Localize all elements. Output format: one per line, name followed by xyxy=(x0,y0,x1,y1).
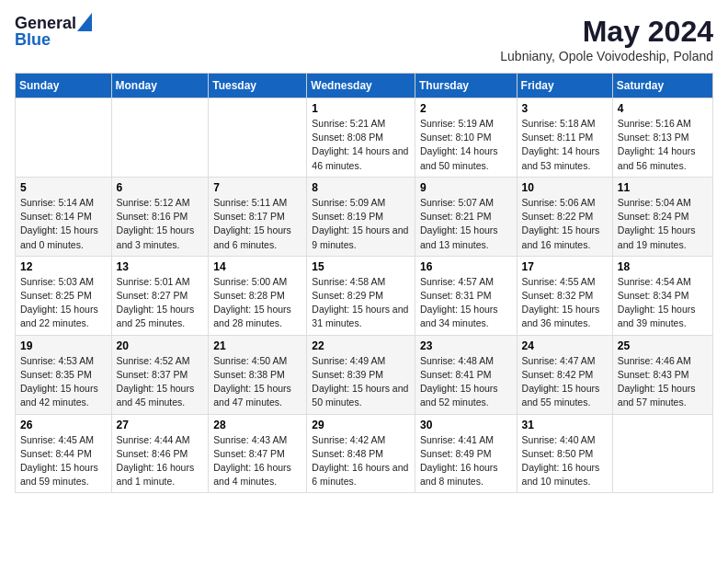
calendar-day-20: 20Sunrise: 4:52 AMSunset: 8:37 PMDayligh… xyxy=(111,335,209,414)
calendar-day-29: 29Sunrise: 4:42 AMSunset: 8:48 PMDayligh… xyxy=(307,414,415,493)
day-number: 14 xyxy=(213,260,301,273)
calendar-empty-cell xyxy=(612,414,712,493)
day-info: Sunrise: 4:44 AMSunset: 8:46 PMDaylight:… xyxy=(117,433,204,489)
calendar-day-3: 3Sunrise: 5:18 AMSunset: 8:11 PMDaylight… xyxy=(517,98,612,178)
calendar-day-21: 21Sunrise: 4:50 AMSunset: 8:38 PMDayligh… xyxy=(209,335,307,414)
day-info: Sunrise: 4:43 AMSunset: 8:47 PMDaylight:… xyxy=(213,433,301,489)
page-header: General Blue May 2024 Lubniany, Opole Vo… xyxy=(15,15,713,63)
calendar-day-24: 24Sunrise: 4:47 AMSunset: 8:42 PMDayligh… xyxy=(517,335,612,414)
day-number: 23 xyxy=(420,339,512,352)
day-info: Sunrise: 4:48 AMSunset: 8:41 PMDaylight:… xyxy=(420,354,512,410)
day-info: Sunrise: 4:54 AMSunset: 8:34 PMDaylight:… xyxy=(618,275,708,331)
day-number: 18 xyxy=(618,260,708,273)
calendar-day-5: 5Sunrise: 5:14 AMSunset: 8:14 PMDaylight… xyxy=(16,177,112,256)
day-info: Sunrise: 5:01 AMSunset: 8:27 PMDaylight:… xyxy=(117,275,204,331)
day-number: 8 xyxy=(312,181,410,194)
calendar-week-row: 19Sunrise: 4:53 AMSunset: 8:35 PMDayligh… xyxy=(16,335,713,414)
calendar-day-6: 6Sunrise: 5:12 AMSunset: 8:16 PMDaylight… xyxy=(111,177,209,256)
calendar-day-7: 7Sunrise: 5:11 AMSunset: 8:17 PMDaylight… xyxy=(209,177,307,256)
calendar-day-22: 22Sunrise: 4:49 AMSunset: 8:39 PMDayligh… xyxy=(307,335,415,414)
calendar-day-10: 10Sunrise: 5:06 AMSunset: 8:22 PMDayligh… xyxy=(517,177,612,256)
weekday-header-monday: Monday xyxy=(111,74,209,98)
calendar-day-25: 25Sunrise: 4:46 AMSunset: 8:43 PMDayligh… xyxy=(612,335,712,414)
day-info: Sunrise: 5:16 AMSunset: 8:13 PMDaylight:… xyxy=(618,117,708,173)
day-info: Sunrise: 4:50 AMSunset: 8:38 PMDaylight:… xyxy=(213,354,301,410)
day-info: Sunrise: 5:18 AMSunset: 8:11 PMDaylight:… xyxy=(522,117,608,173)
day-info: Sunrise: 5:04 AMSunset: 8:24 PMDaylight:… xyxy=(618,196,708,252)
day-number: 5 xyxy=(20,181,107,194)
day-number: 10 xyxy=(522,181,608,194)
month-title: May 2024 xyxy=(500,15,713,49)
calendar-day-13: 13Sunrise: 5:01 AMSunset: 8:27 PMDayligh… xyxy=(111,256,209,335)
day-info: Sunrise: 4:57 AMSunset: 8:31 PMDaylight:… xyxy=(420,275,512,331)
calendar-day-23: 23Sunrise: 4:48 AMSunset: 8:41 PMDayligh… xyxy=(415,335,517,414)
day-info: Sunrise: 4:52 AMSunset: 8:37 PMDaylight:… xyxy=(117,354,204,410)
weekday-header-wednesday: Wednesday xyxy=(307,74,415,98)
calendar-day-15: 15Sunrise: 4:58 AMSunset: 8:29 PMDayligh… xyxy=(307,256,415,335)
calendar-day-31: 31Sunrise: 4:40 AMSunset: 8:50 PMDayligh… xyxy=(517,414,612,493)
calendar-header-row: SundayMondayTuesdayWednesdayThursdayFrid… xyxy=(16,74,713,98)
day-info: Sunrise: 5:00 AMSunset: 8:28 PMDaylight:… xyxy=(213,275,301,331)
day-number: 15 xyxy=(312,260,410,273)
weekday-header-thursday: Thursday xyxy=(415,74,517,98)
day-number: 19 xyxy=(20,339,107,352)
location-text: Lubniany, Opole Voivodeship, Poland xyxy=(500,49,713,63)
calendar-week-row: 26Sunrise: 4:45 AMSunset: 8:44 PMDayligh… xyxy=(16,414,713,493)
day-info: Sunrise: 4:40 AMSunset: 8:50 PMDaylight:… xyxy=(522,433,608,489)
day-number: 21 xyxy=(213,339,301,352)
calendar-day-1: 1Sunrise: 5:21 AMSunset: 8:08 PMDaylight… xyxy=(307,98,415,178)
logo: General Blue xyxy=(15,15,92,48)
calendar-week-row: 5Sunrise: 5:14 AMSunset: 8:14 PMDaylight… xyxy=(16,177,713,256)
day-info: Sunrise: 4:58 AMSunset: 8:29 PMDaylight:… xyxy=(312,275,410,331)
calendar-day-8: 8Sunrise: 5:09 AMSunset: 8:19 PMDaylight… xyxy=(307,177,415,256)
day-number: 31 xyxy=(522,419,608,431)
calendar-day-17: 17Sunrise: 4:55 AMSunset: 8:32 PMDayligh… xyxy=(517,256,612,335)
day-info: Sunrise: 4:55 AMSunset: 8:32 PMDaylight:… xyxy=(522,275,608,331)
day-number: 22 xyxy=(312,339,410,352)
day-number: 13 xyxy=(117,260,204,273)
calendar-day-11: 11Sunrise: 5:04 AMSunset: 8:24 PMDayligh… xyxy=(612,177,712,256)
day-info: Sunrise: 4:47 AMSunset: 8:42 PMDaylight:… xyxy=(522,354,608,410)
day-number: 4 xyxy=(618,102,708,115)
day-number: 27 xyxy=(117,419,204,431)
calendar-day-19: 19Sunrise: 4:53 AMSunset: 8:35 PMDayligh… xyxy=(16,335,112,414)
calendar-empty-cell xyxy=(16,98,112,178)
day-info: Sunrise: 4:46 AMSunset: 8:43 PMDaylight:… xyxy=(618,354,708,410)
calendar-empty-cell xyxy=(209,98,307,178)
calendar-day-4: 4Sunrise: 5:16 AMSunset: 8:13 PMDaylight… xyxy=(612,98,712,178)
day-number: 6 xyxy=(117,181,204,194)
day-number: 1 xyxy=(312,102,410,115)
day-number: 30 xyxy=(420,419,512,431)
weekday-header-tuesday: Tuesday xyxy=(209,74,307,98)
day-number: 9 xyxy=(420,181,512,194)
day-info: Sunrise: 5:09 AMSunset: 8:19 PMDaylight:… xyxy=(312,196,410,252)
day-number: 12 xyxy=(20,260,107,273)
calendar-day-27: 27Sunrise: 4:44 AMSunset: 8:46 PMDayligh… xyxy=(111,414,209,493)
calendar-week-row: 12Sunrise: 5:03 AMSunset: 8:25 PMDayligh… xyxy=(16,256,713,335)
logo-blue-text: Blue xyxy=(15,31,92,48)
day-number: 29 xyxy=(312,419,410,431)
calendar-day-2: 2Sunrise: 5:19 AMSunset: 8:10 PMDaylight… xyxy=(415,98,517,178)
day-info: Sunrise: 4:53 AMSunset: 8:35 PMDaylight:… xyxy=(20,354,107,410)
logo-general-text: General xyxy=(15,15,76,31)
weekday-header-saturday: Saturday xyxy=(612,74,712,98)
day-number: 2 xyxy=(420,102,512,115)
day-info: Sunrise: 4:45 AMSunset: 8:44 PMDaylight:… xyxy=(20,433,107,489)
day-info: Sunrise: 5:07 AMSunset: 8:21 PMDaylight:… xyxy=(420,196,512,252)
calendar-day-12: 12Sunrise: 5:03 AMSunset: 8:25 PMDayligh… xyxy=(16,256,112,335)
logo-triangle-icon xyxy=(77,13,92,31)
calendar-day-30: 30Sunrise: 4:41 AMSunset: 8:49 PMDayligh… xyxy=(415,414,517,493)
day-info: Sunrise: 4:41 AMSunset: 8:49 PMDaylight:… xyxy=(420,433,512,489)
day-number: 28 xyxy=(213,419,301,431)
calendar-day-16: 16Sunrise: 4:57 AMSunset: 8:31 PMDayligh… xyxy=(415,256,517,335)
calendar-day-18: 18Sunrise: 4:54 AMSunset: 8:34 PMDayligh… xyxy=(612,256,712,335)
day-info: Sunrise: 5:12 AMSunset: 8:16 PMDaylight:… xyxy=(117,196,204,252)
day-number: 17 xyxy=(522,260,608,273)
day-number: 20 xyxy=(117,339,204,352)
calendar-day-28: 28Sunrise: 4:43 AMSunset: 8:47 PMDayligh… xyxy=(209,414,307,493)
day-info: Sunrise: 5:19 AMSunset: 8:10 PMDaylight:… xyxy=(420,117,512,173)
day-number: 7 xyxy=(213,181,301,194)
day-info: Sunrise: 5:11 AMSunset: 8:17 PMDaylight:… xyxy=(213,196,301,252)
day-info: Sunrise: 5:06 AMSunset: 8:22 PMDaylight:… xyxy=(522,196,608,252)
day-number: 11 xyxy=(618,181,708,194)
